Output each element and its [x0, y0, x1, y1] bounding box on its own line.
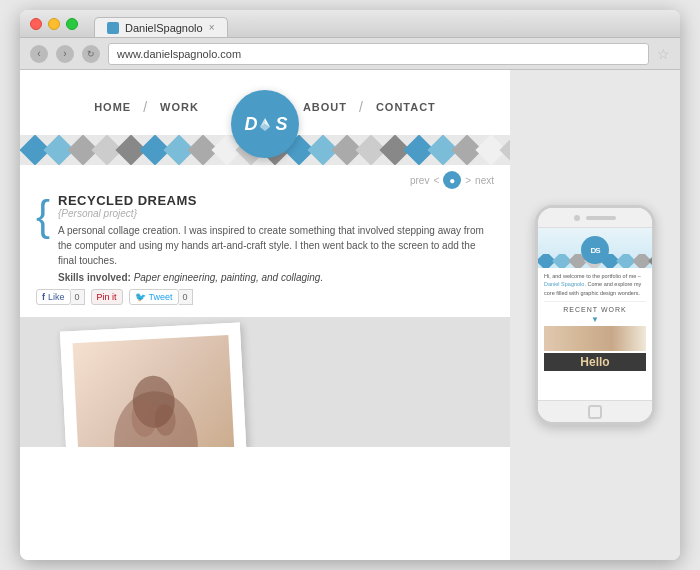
phone-recent-work: RECENT WORK: [544, 301, 646, 313]
phone-bottom: [538, 400, 652, 422]
twitter-icon: 🐦: [135, 292, 146, 302]
project-title: RECYCLED DREAMS: [58, 193, 494, 208]
back-button[interactable]: ‹: [30, 45, 48, 63]
project-description: A personal collage creation. I was inspi…: [58, 223, 494, 268]
maximize-button[interactable]: [66, 18, 78, 30]
close-button[interactable]: [30, 18, 42, 30]
phone-camera: [574, 215, 580, 221]
artwork-inner: [73, 335, 236, 447]
logo-bird-icon: [256, 117, 274, 131]
tweet-button[interactable]: 🐦 Tweet: [129, 289, 179, 305]
tab-bar: DanielSpagnolo ×: [94, 10, 228, 37]
pagination-dot[interactable]: ●: [443, 171, 461, 189]
phone-arrow-icon: ▼: [544, 315, 646, 324]
like-count: 0: [71, 289, 85, 305]
artwork-svg: [73, 335, 236, 447]
logo-circle[interactable]: D S: [231, 90, 299, 158]
like-label: Like: [48, 292, 65, 302]
framed-artwork: [60, 322, 248, 447]
phone-description: Hi, and welcome to the portfolio of me –…: [544, 272, 646, 297]
project-block: { RECYCLED DREAMS {Personal project} A p…: [36, 193, 494, 289]
url-bar[interactable]: www.danielspagnolo.com: [108, 43, 649, 65]
pagination: prev < ● > next: [36, 171, 494, 189]
url-text: www.danielspagnolo.com: [117, 48, 241, 60]
like-button[interactable]: f Like: [36, 289, 71, 305]
side-panel: DS Hi, and welcome to the portfolio of m…: [510, 70, 680, 560]
tweet-button-group: 🐦 Tweet 0: [129, 289, 193, 305]
phone-hello-text: Hello: [544, 353, 646, 371]
phone-logo-text: DS: [590, 246, 599, 255]
browser-tab[interactable]: DanielSpagnolo ×: [94, 17, 228, 37]
curly-brace-icon: {: [36, 195, 50, 237]
reload-button[interactable]: ↻: [82, 45, 100, 63]
skills-label: Skills involved:: [58, 272, 131, 283]
nav-sep-2: /: [359, 99, 364, 115]
like-button-group: f Like 0: [36, 289, 85, 305]
nav-work[interactable]: WORK: [152, 99, 207, 115]
phone-mockup: DS Hi, and welcome to the portfolio of m…: [535, 205, 655, 425]
pin-label: Pin it: [97, 292, 117, 302]
project-info: RECYCLED DREAMS {Personal project} A per…: [58, 193, 494, 289]
forward-button[interactable]: ›: [56, 45, 74, 63]
website: HOME / WORK ABOUT / CONTACT D: [20, 70, 510, 560]
site-nav: HOME / WORK ABOUT / CONTACT D: [20, 70, 510, 135]
site-content: prev < ● > next { RECYCLED DREAMS {Perso…: [20, 165, 510, 317]
phone-top: [538, 208, 652, 228]
tweet-count: 0: [179, 289, 193, 305]
phone-home-button[interactable]: [588, 405, 602, 419]
nav-about[interactable]: ABOUT: [295, 99, 355, 115]
phone-image-strip: [544, 326, 646, 351]
tab-favicon: [107, 22, 119, 34]
browser-content: HOME / WORK ABOUT / CONTACT D: [20, 70, 680, 560]
logo-text: D S: [244, 114, 285, 135]
tab-close-button[interactable]: ×: [209, 22, 215, 33]
address-bar: ‹ › ↻ www.danielspagnolo.com ☆: [20, 38, 680, 70]
phone-content: Hi, and welcome to the portfolio of me –…: [538, 268, 652, 375]
social-buttons: f Like 0 Pin it 🐦 Tweet 0: [36, 289, 494, 305]
phone-logo-circle: DS: [581, 236, 609, 264]
project-image: [20, 317, 510, 447]
title-bar: DanielSpagnolo ×: [20, 10, 680, 38]
fb-icon: f: [42, 292, 45, 302]
minimize-button[interactable]: [48, 18, 60, 30]
tab-label: DanielSpagnolo: [125, 22, 203, 34]
skills-text: Paper engineering, painting, and collagi…: [134, 272, 324, 283]
pin-button[interactable]: Pin it: [91, 289, 123, 305]
phone-screen: DS Hi, and welcome to the portfolio of m…: [538, 228, 652, 400]
nav-home[interactable]: HOME: [86, 99, 139, 115]
skills-line: Skills involved: Paper engineering, pain…: [58, 272, 494, 283]
nav-contact[interactable]: CONTACT: [368, 99, 444, 115]
project-tag: {Personal project}: [58, 208, 494, 219]
nav-sep-1: /: [143, 99, 148, 115]
bookmark-icon[interactable]: ☆: [657, 46, 670, 62]
prev-label[interactable]: prev: [410, 175, 429, 186]
phone-nav-pattern: DS: [538, 228, 652, 268]
phone-speaker: [586, 216, 616, 220]
next-label[interactable]: next: [475, 175, 494, 186]
tweet-label: Tweet: [149, 292, 173, 302]
phone-link[interactable]: Daniel Spagnolo: [544, 281, 584, 287]
browser-window: DanielSpagnolo × ‹ › ↻ www.danielspagnol…: [20, 10, 680, 560]
